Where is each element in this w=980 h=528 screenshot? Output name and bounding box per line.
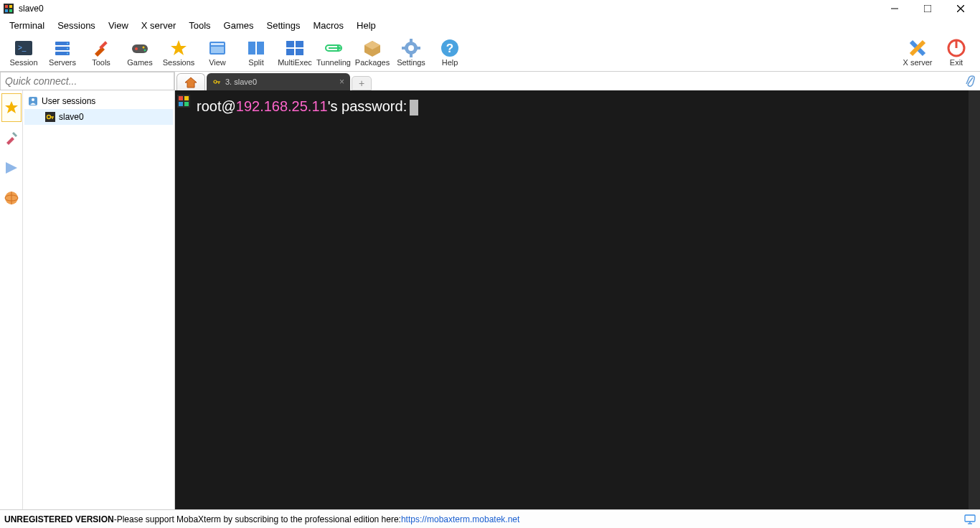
svg-rect-6 [924, 5, 931, 12]
menu-bar: Terminal Sessions View X server Tools Ga… [0, 17, 980, 33]
svg-rect-25 [211, 47, 224, 53]
tree-root-user-sessions[interactable]: User sessions [24, 93, 173, 109]
monitor-icon[interactable] [964, 514, 976, 524]
toolbar-servers[interactable]: Servers [43, 35, 82, 71]
menu-settings[interactable]: Settings [260, 19, 307, 32]
terminal-host: 192.168.25.11 [236, 98, 328, 114]
terminal-icon: >_ [14, 39, 34, 57]
session-tree: User sessions slave0 [23, 90, 174, 509]
tree-root-label: User sessions [42, 96, 95, 106]
plus-icon: + [359, 77, 364, 89]
svg-rect-38 [410, 39, 413, 42]
home-icon [184, 77, 197, 88]
menu-tools[interactable]: Tools [182, 19, 217, 32]
svg-rect-26 [248, 42, 255, 55]
terminal-scrollbar[interactable] [969, 90, 980, 509]
toolbar-games[interactable]: Games [121, 35, 159, 71]
svg-point-19 [135, 47, 138, 50]
svg-rect-28 [286, 41, 294, 47]
toolbar-packages[interactable]: Packages [353, 35, 392, 71]
svg-text:?: ? [446, 42, 453, 55]
toolbar-view[interactable]: View [198, 35, 237, 71]
svg-rect-65 [184, 96, 189, 100]
new-tab-button[interactable]: + [352, 76, 372, 90]
sidebar-tab-tools[interactable] [1, 123, 22, 152]
toolbar-multiexec[interactable]: MultiExec [275, 35, 314, 71]
power-icon [946, 39, 966, 57]
svg-rect-40 [402, 47, 405, 50]
minimize-button[interactable] [878, 0, 911, 17]
menu-view[interactable]: View [102, 19, 135, 32]
toolbar-xserver[interactable]: X server [898, 35, 937, 71]
toolbar: >_Session Servers Tools Games Sessions V… [0, 33, 980, 72]
svg-point-54 [32, 98, 34, 101]
help-icon: ? [440, 39, 460, 57]
xserver-icon [908, 39, 928, 57]
menu-terminal[interactable]: Terminal [3, 19, 51, 32]
toolbar-settings[interactable]: Settings [392, 35, 430, 71]
svg-rect-66 [179, 102, 183, 106]
servers-icon [52, 39, 72, 57]
window-title: slave0 [19, 4, 44, 14]
toolbar-help[interactable]: ?Help [430, 35, 469, 71]
attachment-icon[interactable] [964, 75, 976, 88]
menu-xserver[interactable]: X server [135, 19, 182, 32]
sidebar-tab-favorites[interactable] [1, 93, 22, 122]
svg-marker-59 [185, 77, 197, 88]
menu-help[interactable]: Help [350, 19, 382, 32]
terminal[interactable]: root@192.168.25.11's password: [192, 90, 969, 509]
toolbar-sessions-star[interactable]: Sessions [159, 35, 198, 71]
toolbar-session[interactable]: >_Session [4, 35, 43, 71]
svg-rect-29 [296, 41, 303, 47]
svg-point-37 [408, 45, 414, 51]
svg-point-60 [214, 80, 217, 83]
terminal-prompt-icon [177, 95, 190, 108]
menu-macros[interactable]: Macros [306, 19, 350, 32]
toolbar-tunneling[interactable]: Tunneling [314, 35, 353, 71]
svg-rect-41 [417, 47, 420, 50]
menu-games[interactable]: Games [217, 19, 260, 32]
svg-marker-49 [6, 162, 17, 174]
session-tab-label: 3. slave0 [225, 77, 257, 86]
sidebar-tabs [0, 90, 23, 509]
svg-rect-3 [5, 9, 8, 12]
tree-item-slave0[interactable]: slave0 [24, 109, 173, 125]
session-tab[interactable]: 3. slave0 × [207, 73, 350, 90]
svg-marker-48 [5, 101, 18, 113]
svg-rect-67 [184, 102, 189, 106]
sidebar-tab-macros[interactable] [1, 154, 22, 182]
status-bar: UNREGISTERED VERSION - Please support Mo… [0, 509, 980, 528]
games-icon [130, 39, 150, 57]
sidebar: User sessions slave0 [0, 72, 175, 509]
gear-icon [401, 39, 421, 57]
split-icon [246, 39, 266, 57]
status-unregistered: UNREGISTERED VERSION [4, 514, 114, 524]
home-tab[interactable] [176, 73, 205, 90]
main-area: 3. slave0 × + root@192.168.25.11's passw… [175, 72, 980, 509]
svg-rect-1 [5, 5, 8, 8]
tools-icon [91, 39, 111, 57]
packages-icon [362, 39, 382, 57]
svg-rect-4 [9, 9, 12, 12]
toolbar-exit[interactable]: Exit [937, 35, 976, 71]
svg-point-14 [67, 43, 68, 44]
menu-sessions[interactable]: Sessions [51, 19, 102, 32]
svg-rect-27 [257, 42, 264, 55]
tab-close-icon[interactable]: × [339, 77, 344, 87]
svg-rect-68 [965, 515, 975, 522]
status-link[interactable]: https://mobaxterm.mobatek.net [401, 514, 519, 524]
svg-rect-30 [286, 49, 294, 55]
quick-connect-input[interactable] [0, 72, 174, 90]
sidebar-tab-sftp[interactable] [1, 184, 22, 212]
terminal-wrap: root@192.168.25.11's password: [175, 90, 980, 509]
svg-point-16 [67, 53, 68, 55]
toolbar-tools[interactable]: Tools [82, 35, 121, 71]
svg-text:>_: >_ [18, 44, 27, 52]
key-icon [44, 111, 56, 123]
toolbar-split[interactable]: Split [237, 35, 275, 71]
close-button[interactable] [944, 0, 977, 17]
view-icon [207, 39, 227, 57]
terminal-user: root@ [197, 98, 236, 114]
maximize-button[interactable] [911, 0, 944, 17]
svg-rect-39 [410, 54, 413, 57]
